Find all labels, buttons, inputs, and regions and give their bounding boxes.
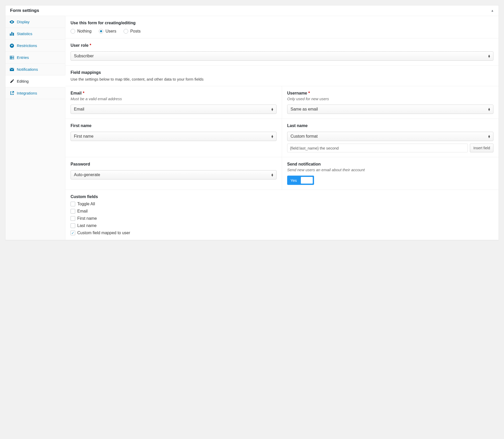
checkbox-label: Email — [77, 209, 88, 214]
form-settings-panel: Form settings ▲ Display Statistics Restr… — [5, 5, 499, 240]
sidebar-item-entries[interactable]: Entries — [5, 52, 65, 64]
select-value: Same as email — [291, 107, 318, 112]
sidebar-item-label: Statistics — [17, 32, 32, 36]
notification-cell: Send notification Send new users an emai… — [282, 157, 499, 190]
checkbox-icon: ✓ — [71, 231, 75, 235]
caret-icon: ▲▼ — [488, 108, 491, 111]
caret-icon: ▲▼ — [488, 54, 491, 58]
user-role-select[interactable]: Subscriber ▲▼ — [71, 51, 493, 61]
radio-icon — [71, 29, 75, 34]
checkbox-firstname[interactable]: First name — [71, 216, 493, 221]
svg-rect-2 — [13, 33, 14, 36]
sidebar: Display Statistics Restrictions Entries … — [5, 16, 65, 240]
radio-users[interactable]: Users — [99, 29, 116, 34]
radio-label: Users — [105, 29, 116, 34]
mail-icon — [10, 68, 14, 71]
sidebar-item-notifications[interactable]: Notifications — [5, 64, 65, 75]
radio-label: Posts — [130, 29, 141, 34]
checkbox-icon — [71, 209, 75, 214]
firstname-cell: First name First name ▲▼ — [65, 119, 282, 157]
email-title: Email * — [71, 91, 277, 96]
username-cell: Username * Only used for new users Same … — [282, 86, 499, 119]
field-mappings-section: Field mappings Use the settings below to… — [65, 66, 499, 86]
checkbox-label: Last name — [77, 223, 97, 228]
sidebar-item-restrictions[interactable]: Restrictions — [5, 40, 65, 52]
checkbox-label: Custom field mapped to user — [77, 231, 130, 235]
username-select[interactable]: Same as email ▲▼ — [287, 105, 493, 114]
caret-icon: ▲▼ — [488, 135, 491, 138]
lastname-select[interactable]: Custom format ▲▼ — [287, 132, 493, 141]
username-title: Username * — [287, 91, 493, 96]
select-value: First name — [74, 134, 94, 139]
email-hint: Must be a valid email address — [71, 97, 277, 101]
radio-posts[interactable]: Posts — [124, 29, 141, 34]
insert-field-button[interactable]: Insert field — [470, 144, 493, 152]
use-for-section: Use this form for creating/editing Nothi… — [65, 16, 499, 38]
checkbox-toggle-all[interactable]: Toggle All — [71, 202, 493, 206]
table-icon — [10, 56, 14, 59]
sidebar-item-display[interactable]: Display — [5, 16, 65, 28]
svg-rect-6 — [10, 56, 14, 59]
notification-toggle[interactable]: Yes — [287, 176, 314, 185]
sidebar-item-label: Restrictions — [17, 43, 37, 48]
use-for-title: Use this form for creating/editing — [71, 21, 493, 25]
lastname-cell: Last name Custom format ▲▼ Insert field — [282, 119, 499, 157]
firstname-select[interactable]: First name ▲▼ — [71, 132, 277, 141]
collapse-icon[interactable]: ▲ — [491, 9, 494, 12]
field-mappings-title: Field mappings — [71, 70, 493, 75]
sidebar-item-statistics[interactable]: Statistics — [5, 28, 65, 40]
checkbox-label: First name — [77, 216, 97, 221]
sidebar-item-editing[interactable]: Editing — [5, 75, 65, 87]
block-icon — [10, 44, 14, 48]
svg-rect-0 — [10, 34, 11, 36]
caret-icon: ▲▼ — [271, 108, 274, 111]
caret-icon: ▲▼ — [271, 135, 274, 138]
firstname-title: First name — [71, 123, 277, 128]
toggle-label: Yes — [288, 178, 299, 183]
radio-icon — [99, 29, 103, 34]
main-content: Use this form for creating/editing Nothi… — [65, 16, 499, 240]
radio-icon — [124, 29, 128, 34]
svg-rect-1 — [11, 32, 12, 36]
user-role-section: User role * Subscriber ▲▼ — [65, 38, 499, 66]
notification-title: Send notification — [287, 162, 493, 167]
lastname-title: Last name — [287, 123, 493, 128]
sidebar-item-label: Entries — [17, 55, 29, 60]
eye-icon — [10, 20, 14, 24]
checkbox-icon — [71, 216, 75, 221]
user-role-title: User role * — [71, 43, 493, 48]
password-select[interactable]: Auto-generate ▲▼ — [71, 170, 277, 179]
checkbox-icon — [71, 223, 75, 228]
select-value: Auto-generate — [74, 173, 100, 177]
custom-fields-title: Custom fields — [71, 194, 493, 199]
panel-title: Form settings — [10, 8, 39, 13]
email-cell: Email * Must be a valid email address Em… — [65, 86, 282, 119]
email-select[interactable]: Email ▲▼ — [71, 105, 277, 114]
radio-label: Nothing — [77, 29, 91, 34]
notification-hint: Send new users an email about their acco… — [287, 168, 493, 172]
checkbox-icon — [71, 202, 75, 206]
sidebar-item-integrations[interactable]: Integrations — [5, 87, 65, 99]
password-title: Password — [71, 162, 277, 167]
checkbox-custom-mapped[interactable]: ✓ Custom field mapped to user — [71, 231, 493, 235]
panel-header[interactable]: Form settings ▲ — [5, 5, 499, 16]
select-value: Email — [74, 107, 84, 112]
lastname-custom-input[interactable] — [287, 144, 468, 152]
select-value: Subscriber — [74, 54, 94, 58]
pencil-icon — [10, 79, 14, 83]
radio-nothing[interactable]: Nothing — [71, 29, 91, 34]
field-mappings-desc: Use the settings below to map title, con… — [71, 77, 493, 81]
custom-fields-section: Custom fields Toggle All Email First nam… — [65, 190, 499, 240]
bar-chart-icon — [10, 32, 14, 36]
checkbox-email[interactable]: Email — [71, 209, 493, 214]
password-cell: Password Auto-generate ▲▼ — [65, 157, 282, 190]
caret-icon: ▲▼ — [271, 173, 274, 176]
sidebar-item-label: Integrations — [17, 91, 37, 95]
sidebar-item-label: Notifications — [17, 67, 38, 72]
checkbox-lastname[interactable]: Last name — [71, 223, 493, 228]
checkbox-label: Toggle All — [77, 202, 95, 206]
external-link-icon — [10, 91, 14, 95]
username-hint: Only used for new users — [287, 97, 493, 101]
sidebar-item-label: Display — [17, 20, 29, 24]
toggle-handle-icon — [301, 177, 313, 184]
